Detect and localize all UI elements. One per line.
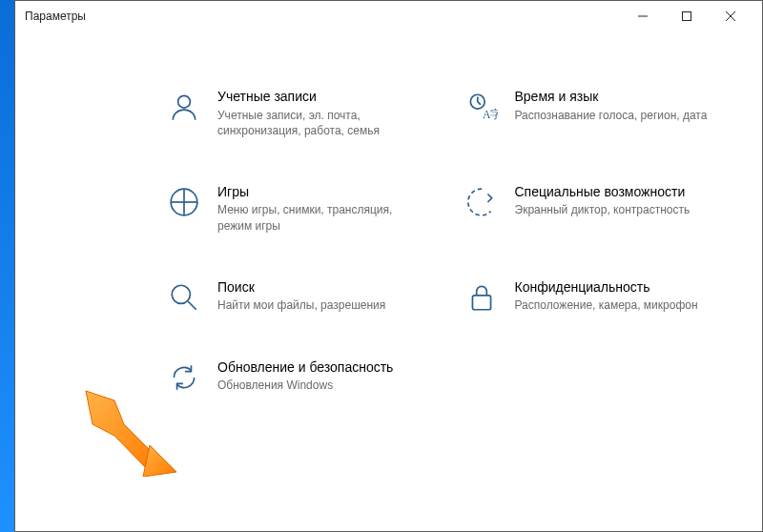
tile-title: Учетные записи bbox=[217, 89, 427, 106]
maximize-button[interactable] bbox=[665, 1, 709, 31]
search-icon bbox=[168, 281, 200, 314]
accessibility-icon bbox=[465, 186, 498, 218]
tile-accessibility[interactable]: Специальные возможности Экранный диктор,… bbox=[465, 184, 725, 234]
svg-rect-1 bbox=[683, 12, 691, 21]
tile-title: Конфиденциальность bbox=[515, 279, 698, 297]
update-icon bbox=[168, 361, 200, 394]
tile-privacy[interactable]: Конфиденциальность Расположение, камера,… bbox=[465, 279, 725, 314]
tile-title: Обновление и безопасность bbox=[217, 359, 393, 377]
close-icon bbox=[726, 11, 735, 21]
tile-desc: Экранный диктор, контрастность bbox=[515, 202, 691, 217]
tile-title: Время и язык bbox=[515, 89, 708, 106]
minimize-icon bbox=[638, 11, 648, 21]
svg-rect-12 bbox=[472, 296, 490, 310]
time-language-icon: A字 bbox=[465, 91, 498, 123]
tile-title: Игры bbox=[217, 184, 427, 201]
settings-grid: Учетные записи Учетные записи, эл. почта… bbox=[15, 31, 762, 531]
minimize-button[interactable] bbox=[621, 1, 665, 31]
settings-window: Параметры Учетные записи Учетные записи,… bbox=[14, 0, 763, 532]
tile-gaming[interactable]: Игры Меню игры, снимки, трансляция, режи… bbox=[168, 184, 427, 234]
svg-point-10 bbox=[172, 285, 190, 303]
tile-desc: Найти мои файлы, разрешения bbox=[217, 297, 385, 313]
svg-point-4 bbox=[178, 95, 191, 108]
privacy-icon bbox=[465, 281, 498, 314]
tile-desc: Обновления Windows bbox=[217, 378, 393, 393]
window-title: Параметры bbox=[25, 10, 86, 23]
svg-line-11 bbox=[188, 301, 196, 310]
tile-accounts[interactable]: Учетные записи Учетные записи, эл. почта… bbox=[168, 89, 427, 138]
tile-desc: Расположение, камера, микрофон bbox=[515, 297, 698, 313]
tile-search[interactable]: Поиск Найти мои файлы, разрешения bbox=[168, 279, 427, 314]
accounts-icon bbox=[168, 91, 200, 123]
tile-title: Специальные возможности bbox=[515, 184, 691, 201]
maximize-icon bbox=[682, 11, 691, 21]
svg-text:A字: A字 bbox=[483, 108, 498, 121]
tile-time-language[interactable]: A字 Время и язык Распознавание голоса, ре… bbox=[465, 89, 725, 138]
tile-desc: Учетные записи, эл. почта, синхронизация… bbox=[217, 108, 427, 138]
tile-desc: Меню игры, снимки, трансляция, режим игр… bbox=[217, 202, 427, 233]
tile-title: Поиск bbox=[217, 279, 385, 297]
window-controls bbox=[621, 1, 753, 31]
titlebar: Параметры bbox=[15, 1, 762, 31]
gaming-icon bbox=[168, 186, 200, 218]
close-button[interactable] bbox=[709, 1, 753, 31]
tile-update-security[interactable]: Обновление и безопасность Обновления Win… bbox=[168, 359, 427, 394]
tile-desc: Распознавание голоса, регион, дата bbox=[515, 108, 708, 123]
